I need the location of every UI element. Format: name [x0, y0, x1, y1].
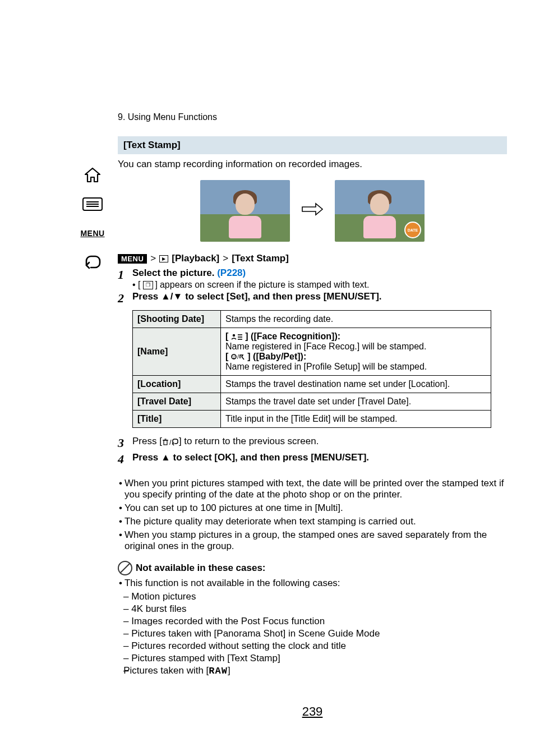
- settings-table: [Shooting Date] Stamps the recording dat…: [132, 310, 491, 428]
- raw-icon: RAW: [209, 666, 228, 676]
- setting-label: [Shooting Date]: [133, 311, 221, 328]
- step-2: 2 Press ▲/▼ to select [Set], and then pr…: [118, 291, 507, 306]
- list-item: Pictures taken with [RAW]: [118, 665, 507, 676]
- table-row: [Title] Title input in the [Title Edit] …: [133, 411, 491, 428]
- table-row: [Name] [] ([Face Recognition]): Name reg…: [133, 328, 491, 376]
- setting-label: [Name]: [133, 328, 221, 376]
- baby-pet-icon: /: [230, 353, 245, 361]
- table-row: [Travel Date] Stamps the travel date set…: [133, 393, 491, 411]
- menu-badge: MENU: [118, 254, 147, 264]
- list-item: Images recorded with the Post Focus func…: [118, 616, 507, 627]
- setting-desc: Stamps the recording date.: [221, 311, 491, 328]
- menu-target-label: [Text Stamp]: [232, 253, 289, 264]
- setting-label: [Title]: [133, 411, 221, 428]
- list-item: Pictures taken with [Panorama Shot] in S…: [118, 628, 507, 639]
- step-text-b: ] to return to the previous screen.: [179, 436, 319, 446]
- list-item: Motion pictures: [118, 591, 507, 602]
- feature-intro: You can stamp recording information on r…: [118, 159, 507, 170]
- step-sub-note: • [❒] appears on screen if the picture i…: [132, 280, 507, 290]
- svg-rect-12: [164, 440, 167, 445]
- step-text: Select the picture.: [132, 268, 217, 278]
- step-text: Press ▲ to select [OK], and then press […: [132, 452, 369, 463]
- svg-text:/: /: [169, 438, 172, 446]
- playback-icon: ▶: [159, 255, 168, 262]
- face-recog-icon: [230, 333, 243, 340]
- na-intro: This function is not available in the fo…: [124, 578, 340, 589]
- arrow-right-icon: [301, 202, 324, 220]
- feature-title: [Text Stamp]: [118, 136, 507, 154]
- list-item: Pictures stamped with [Text Stamp]: [118, 653, 507, 664]
- page-content: 9. Using Menu Functions [Text Stamp] You…: [0, 0, 535, 747]
- note-item: When you print pictures stamped with tex…: [124, 478, 507, 500]
- setting-desc: Title input in the [Title Edit] will be …: [221, 411, 491, 428]
- prohibit-icon: [118, 561, 132, 575]
- svg-text:/: /: [237, 353, 239, 360]
- arrow-icon: >: [223, 253, 228, 264]
- note-item: When you stamp pictures in a group, the …: [124, 529, 507, 552]
- table-row: [Shooting Date] Stamps the recording dat…: [133, 311, 491, 328]
- step-text: Press ▲/▼ to select [Set], and then pres…: [132, 291, 382, 302]
- step-text-a: Press [: [132, 436, 162, 446]
- step-number: 3: [118, 436, 132, 450]
- not-available-heading: Not available in these cases:: [118, 561, 507, 575]
- page-link[interactable]: (P228): [217, 268, 246, 278]
- not-available-list: Motion pictures 4K burst files Images re…: [118, 591, 507, 676]
- note-item: The picture quality may deteriorate when…: [124, 516, 416, 527]
- step-4: 4 Press ▲ to select [OK], and then press…: [118, 452, 507, 467]
- step-number: 1: [118, 268, 132, 290]
- setting-label: [Travel Date]: [133, 393, 221, 411]
- step-3: 3 Press [/] to return to the previous sc…: [118, 436, 507, 450]
- list-item: 4K burst files: [118, 603, 507, 615]
- chapter-heading: 9. Using Menu Functions: [118, 112, 507, 122]
- step-number: 2: [118, 291, 132, 306]
- svg-point-10: [234, 356, 236, 357]
- setting-desc: Stamps the travel date set under [Travel…: [221, 393, 491, 411]
- notes-list: When you print pictures stamped with tex…: [118, 478, 507, 552]
- setting-label: [Location]: [133, 376, 221, 393]
- sample-image-after: DATE: [335, 180, 425, 242]
- svg-point-9: [233, 356, 234, 357]
- setting-desc: [] ([Face Recognition]): Name registered…: [221, 328, 491, 376]
- step-1: 1 Select the picture. (P228) • [❒] appea…: [118, 268, 507, 290]
- menu-playback-label: [Playback]: [172, 253, 219, 264]
- menu-path: MENU > ▶ [Playback] > [Text Stamp]: [118, 253, 507, 264]
- text-stamp-mark-icon: ❒: [143, 281, 153, 289]
- trash-back-icon: /: [162, 436, 179, 446]
- page-number: 239: [118, 704, 507, 719]
- list-item: Pictures recorded without setting the cl…: [118, 640, 507, 652]
- table-row: [Location] Stamps the travel destination…: [133, 376, 491, 393]
- sample-image-before: [200, 180, 290, 242]
- svg-point-4: [233, 334, 235, 336]
- step-number: 4: [118, 452, 132, 467]
- arrow-icon: >: [150, 253, 156, 264]
- date-stamp-icon: DATE: [404, 222, 421, 238]
- setting-desc: Stamps the travel destination name set u…: [221, 376, 491, 393]
- note-item: You can set up to 100 pictures at one ti…: [124, 503, 343, 514]
- example-image-row: DATE: [118, 180, 507, 242]
